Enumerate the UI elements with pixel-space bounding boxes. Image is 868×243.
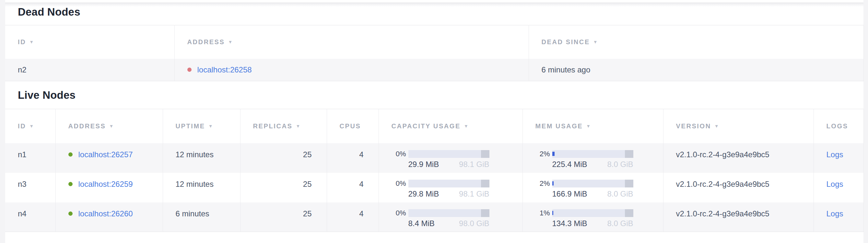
live-header-capacity[interactable]: CAPACITY USAGE▼ xyxy=(379,109,523,143)
capacity-bar xyxy=(408,150,489,158)
mem-total-label: 8.0 GiB xyxy=(607,219,633,228)
node-logs-cell: Logs xyxy=(813,173,864,202)
capacity-total-label: 98.1 GiB xyxy=(459,189,489,198)
mem-bar xyxy=(552,209,633,217)
dead-header-address[interactable]: ADDRESS▼ xyxy=(175,25,529,59)
live-nodes-table: ID▼ ADDRESS▼ UPTIME▼ REPLICAS▼ CPUS CAPA… xyxy=(5,109,864,232)
dead-node-id: n2 xyxy=(5,59,175,81)
node-cpus: 4 xyxy=(327,173,379,202)
dead-header-dead-since[interactable]: DEAD SINCE▼ xyxy=(529,25,864,59)
node-address-link[interactable]: localhost:26257 xyxy=(79,150,133,159)
dead-node-address-link[interactable]: localhost:26258 xyxy=(197,65,252,74)
capacity-used-label: 29.8 MiB xyxy=(408,189,439,198)
capacity-used-label: 29.9 MiB xyxy=(408,160,439,169)
capacity-total-label: 98.0 GiB xyxy=(459,219,489,228)
node-mem-usage: 2% 166.9 MiB 8.0 GiB xyxy=(523,173,663,202)
live-header-cpus: CPUS xyxy=(327,109,379,143)
live-header-version[interactable]: VERSION▼ xyxy=(663,109,813,143)
live-nodes-heading: Live Nodes xyxy=(5,81,864,109)
live-status-dot-icon xyxy=(68,152,72,157)
node-address-link[interactable]: localhost:26259 xyxy=(79,180,133,188)
node-address-cell: localhost:26260 xyxy=(55,202,163,232)
capacity-pct: 0% xyxy=(379,150,408,158)
node-capacity-usage: 0% 29.9 MiB 98.1 GiB xyxy=(379,143,523,173)
sort-desc-icon: ▼ xyxy=(228,39,234,45)
capacity-total-label: 98.1 GiB xyxy=(459,160,489,169)
live-header-id[interactable]: ID▼ xyxy=(5,109,55,143)
sort-desc-icon: ▼ xyxy=(29,124,34,129)
mem-bar-used xyxy=(552,181,554,186)
mem-total-label: 8.0 GiB xyxy=(607,160,633,169)
logs-link[interactable]: Logs xyxy=(827,150,843,159)
sort-desc-icon: ▼ xyxy=(714,124,719,129)
node-uptime: 6 minutes xyxy=(163,202,240,232)
nodes-overview-card: Dead Nodes ID▼ ADDRESS▼ DEAD SINCE▼ n2 l… xyxy=(5,0,864,243)
mem-total-label: 8.0 GiB xyxy=(607,189,633,198)
mem-used-label: 166.9 MiB xyxy=(552,189,587,198)
logs-link[interactable]: Logs xyxy=(827,209,843,218)
mem-used-label: 134.3 MiB xyxy=(552,219,587,228)
mem-bar-end-block xyxy=(625,150,633,158)
mem-pct: 2% xyxy=(523,180,552,187)
mem-bar-end-block xyxy=(625,209,633,217)
node-version: v2.1.0-rc.2-4-g3e9a4e9bc5 xyxy=(663,202,813,232)
node-address-link[interactable]: localhost:26260 xyxy=(79,209,133,218)
node-uptime: 12 minutes xyxy=(163,143,240,173)
node-capacity-usage: 0% 8.4 MiB 98.0 GiB xyxy=(379,202,523,232)
sort-desc-icon: ▼ xyxy=(296,124,301,129)
node-logs-cell: Logs xyxy=(813,202,864,232)
mem-bar-used xyxy=(552,211,553,215)
capacity-bar xyxy=(408,209,489,217)
live-status-dot-icon xyxy=(68,212,72,216)
node-address-cell: localhost:26259 xyxy=(55,173,163,202)
node-uptime: 12 minutes xyxy=(163,173,240,202)
capacity-used-label: 8.4 MiB xyxy=(408,219,435,228)
sort-desc-icon: ▼ xyxy=(586,124,591,129)
mem-bar xyxy=(552,150,633,158)
node-cpus: 4 xyxy=(327,202,379,232)
node-cpus: 4 xyxy=(327,143,379,173)
capacity-bar-end-block xyxy=(481,150,489,158)
node-id: n3 xyxy=(5,173,55,202)
mem-bar xyxy=(552,180,633,187)
dead-node-row: n2 localhost:26258 6 minutes ago xyxy=(5,59,864,81)
capacity-pct: 0% xyxy=(379,180,408,187)
dead-header-id[interactable]: ID▼ xyxy=(5,25,175,59)
dead-node-dead-since: 6 minutes ago xyxy=(529,59,864,81)
capacity-pct: 0% xyxy=(379,209,408,217)
capacity-bar xyxy=(408,180,489,187)
sort-desc-icon: ▼ xyxy=(593,39,598,45)
live-header-address[interactable]: ADDRESS▼ xyxy=(55,109,163,143)
mem-bar-used xyxy=(552,152,555,156)
sort-desc-icon: ▼ xyxy=(109,124,115,129)
node-replicas: 25 xyxy=(240,143,327,173)
node-replicas: 25 xyxy=(240,202,327,232)
live-node-row-n3: n3 localhost:26259 12 minutes 25 4 0% xyxy=(5,173,864,202)
node-version: v2.1.0-rc.2-4-g3e9a4e9bc5 xyxy=(663,143,813,173)
dead-node-address-cell: localhost:26258 xyxy=(175,59,529,81)
sort-desc-icon: ▼ xyxy=(209,124,214,129)
node-capacity-usage: 0% 29.8 MiB 98.1 GiB xyxy=(379,173,523,202)
node-mem-usage: 2% 225.4 MiB 8.0 GiB xyxy=(523,143,663,173)
capacity-bar-end-block xyxy=(481,209,489,217)
live-node-row-n1: n1 localhost:26257 12 minutes 25 4 0% xyxy=(5,143,864,173)
node-id: n4 xyxy=(5,202,55,232)
node-logs-cell: Logs xyxy=(813,143,864,173)
mem-pct: 2% xyxy=(523,150,552,158)
logs-link[interactable]: Logs xyxy=(827,180,843,188)
mem-bar-end-block xyxy=(625,180,633,187)
capacity-bar-end-block xyxy=(481,180,489,187)
mem-pct: 1% xyxy=(523,209,552,217)
sort-desc-icon: ▼ xyxy=(464,124,469,129)
live-header-uptime[interactable]: UPTIME▼ xyxy=(163,109,240,143)
sort-desc-icon: ▼ xyxy=(29,39,34,45)
top-divider-shadow xyxy=(5,3,864,7)
node-mem-usage: 1% 134.3 MiB 8.0 GiB xyxy=(523,202,663,232)
live-header-mem[interactable]: MEM USAGE▼ xyxy=(523,109,663,143)
mem-used-label: 225.4 MiB xyxy=(552,160,587,169)
node-version: v2.1.0-rc.2-4-g3e9a4e9bc5 xyxy=(663,173,813,202)
live-status-dot-icon xyxy=(68,182,72,186)
dead-nodes-table: ID▼ ADDRESS▼ DEAD SINCE▼ n2 localhost:26… xyxy=(5,25,864,81)
live-header-replicas[interactable]: REPLICAS▼ xyxy=(240,109,327,143)
live-node-row-n4: n4 localhost:26260 6 minutes 25 4 0% xyxy=(5,202,864,232)
